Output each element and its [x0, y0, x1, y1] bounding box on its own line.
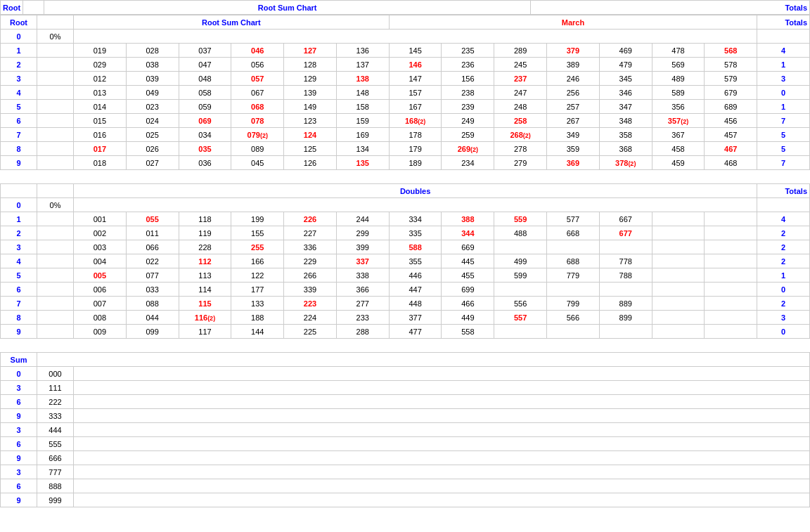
root-row-7: 7 016 025 034 079(2) 124 169 178 259 268…: [1, 128, 810, 142]
doubles-row-3: 3 003 066 228 255 336 399 588 669 2: [1, 240, 810, 254]
root-row-6: 6 015 024 069 078 123 159 168(2) 249 258…: [1, 114, 810, 128]
totals-header: Totals: [531, 1, 810, 15]
root-row-9: 9 018 027 036 045 126 135 189 234 279 36…: [1, 156, 810, 170]
header-row: Root Root Sum Chart Totals: [1, 1, 810, 15]
sum-row-9c: 9 999: [1, 493, 810, 507]
sum-row-9a: 9 333: [1, 409, 810, 423]
doubles-row-1: 1 001 055 118 199 226 244 334 388 559 57…: [1, 212, 810, 226]
row-num-0: 0: [1, 30, 37, 44]
sum-row-3a: 3 111: [1, 381, 810, 395]
sums-col-header: [37, 15, 74, 30]
sum-row-3b: 3 444: [1, 423, 810, 437]
separator-row-1: [1, 170, 810, 184]
root-row-0: 0 0%: [1, 30, 810, 44]
doubles-row-9: 9 009 099 117 144 225 288 477 558 0: [1, 325, 810, 339]
root-header: Root: [1, 1, 23, 15]
root-row-8: 8 017 026 035 089 125 134 179 269(2) 278…: [1, 142, 810, 156]
root-row-3: 3 012 039 048 057 129 138 147 156 237 24…: [1, 72, 810, 86]
sums-header: [23, 1, 44, 15]
doubles-row-0: 0 0%: [1, 198, 810, 212]
doubles-row-4: 4 004 022 112 166 229 337 355 445 499 68…: [1, 254, 810, 268]
sum-col-header: Sum: [1, 353, 37, 367]
root-col-header: Root: [1, 15, 37, 30]
totals-col-header: Totals: [757, 15, 810, 30]
data-table: Root Root Sum Chart March Totals 0 0% 1 …: [0, 15, 810, 507]
sum-row-6a: 6 222: [1, 395, 810, 409]
doubles-row-5: 5 005 077 113 122 266 338 446 455 599 77…: [1, 268, 810, 283]
doubles-row-2: 2 002 011 119 155 227 299 335 344 488 66…: [1, 226, 810, 240]
doubles-row-6: 6 006 033 114 177 339 366 447 699 0: [1, 283, 810, 297]
sum-row-6b: 6 555: [1, 437, 810, 451]
doubles-totals-label: Totals: [757, 184, 810, 198]
root-chart-header: Root Root Sum Chart March Totals: [1, 15, 810, 30]
doubles-header: Doubles Totals: [1, 184, 810, 198]
sum-row-9b: 9 666: [1, 451, 810, 465]
separator-row-2: [1, 339, 810, 353]
sum-row-3c: 3 777: [1, 465, 810, 479]
root-sum-chart-title: Root Sum Chart: [74, 15, 390, 30]
root-row-4: 4 013 049 058 067 139 148 157 238 247 25…: [1, 86, 810, 100]
root-row-1: 1 019 028 037 046 127 136 145 235 289 37…: [1, 44, 810, 58]
root-row-2: 2 029 038 047 056 128 137 146 236 245 38…: [1, 58, 810, 72]
main-table: Root Root Sum Chart Totals: [0, 0, 810, 15]
root-sum-chart-label: Root Sum Chart: [44, 1, 531, 15]
sum-row-6c: 6 888: [1, 479, 810, 493]
march-title: March: [389, 15, 757, 30]
doubles-row-8: 8 008 044 116(2) 188 224 233 377 449 557…: [1, 311, 810, 325]
doubles-row-7: 7 007 088 115 133 223 277 448 466 556 79…: [1, 297, 810, 311]
root-row-5: 5 014 023 059 068 149 158 167 239 248 25…: [1, 100, 810, 114]
doubles-title: Doubles: [74, 184, 757, 198]
sum-row-0: 0 000: [1, 367, 810, 381]
sum-section-header: Sum: [1, 353, 810, 367]
row-pct-0: 0%: [37, 30, 74, 44]
